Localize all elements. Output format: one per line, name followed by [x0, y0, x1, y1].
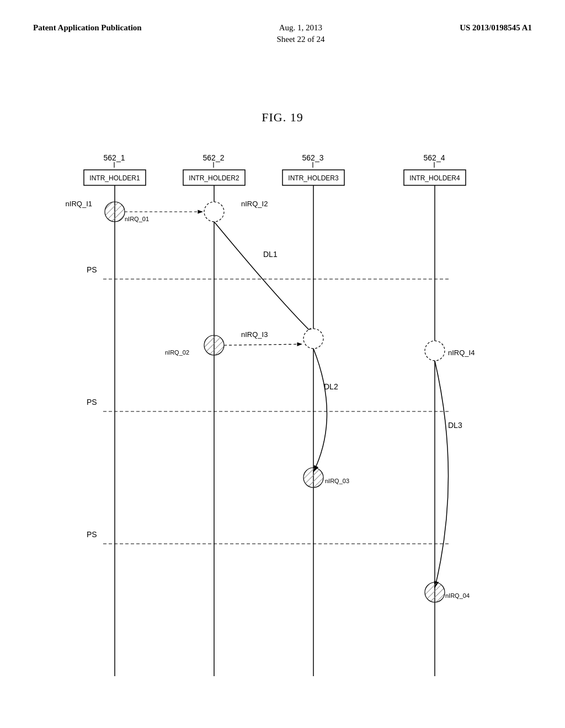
dl2-label: DL2: [324, 382, 338, 391]
ps-label-2: PS: [87, 398, 97, 406]
date-label: Aug. 1, 2013: [276, 22, 324, 34]
nirq-i1-label: nIRQ_I1: [66, 200, 92, 208]
nirq-i4-label: nIRQ_I4: [448, 349, 475, 357]
holder1-label: INTR_HOLDER1: [89, 174, 140, 182]
nirq-01-label: nIRQ_01: [125, 216, 149, 222]
holder3-ref-label: 562_3: [302, 153, 324, 162]
diagram-svg: 562_1 562_2 562_3 562_4 INTR_HOLDER1 INT…: [33, 147, 532, 687]
diagram-container: FIG. 19 562_1 562_2 562_3 562_4: [33, 110, 532, 673]
publication-label: Patent Application Publication: [33, 23, 142, 32]
arrow-nirq02: [224, 344, 302, 345]
nirq-02-label: nIRQ_02: [165, 349, 189, 356]
dl2-arrow: [313, 349, 327, 472]
holder2-label: INTR_HOLDER2: [189, 174, 239, 182]
dl3-label: DL3: [448, 421, 462, 430]
nirq-i3-label: nIRQ_I3: [241, 330, 268, 339]
holder4-ref-label: 562_4: [424, 153, 445, 162]
nirq-i2-label: nIRQ_I2: [241, 200, 268, 208]
header-center: Aug. 1, 2013 Sheet 22 of 24: [276, 22, 324, 45]
diagram: 562_1 562_2 562_3 562_4 INTR_HOLDER1 INT…: [33, 147, 532, 687]
figure-title: FIG. 19: [33, 110, 532, 125]
nirq-i1-circle: [105, 202, 125, 222]
nirq-02-circle: [204, 335, 224, 355]
holder2-ref-label: 562_2: [203, 153, 225, 162]
nirq-i2-circle: [204, 202, 224, 222]
nirq-04-label: nIRQ_04: [445, 592, 470, 599]
sheet-label: Sheet 22 of 24: [276, 34, 324, 45]
holder1-ref-label: 562_1: [104, 153, 125, 162]
dl3-arrow: [435, 361, 449, 588]
header-right: US 2013/0198545 A1: [460, 22, 532, 34]
nirq-i3-circle: [303, 329, 323, 349]
header-left: Patent Application Publication: [33, 22, 142, 34]
nirq-04-circle: [425, 582, 445, 602]
holder3-label: INTR_HOLDER3: [288, 174, 339, 182]
ps-label-1: PS: [87, 265, 97, 274]
patent-number: US 2013/0198545 A1: [460, 23, 532, 32]
dl1-arrow: [214, 222, 313, 334]
nirq-03-circle: [303, 468, 323, 488]
holder4-label: INTR_HOLDER4: [409, 174, 460, 182]
nirq-03-label: nIRQ_03: [325, 478, 349, 484]
nirq-i4-circle: [425, 341, 445, 361]
ps-label-3: PS: [87, 530, 97, 539]
dl1-label: DL1: [263, 250, 278, 259]
page-header: Patent Application Publication Aug. 1, 2…: [0, 22, 565, 45]
